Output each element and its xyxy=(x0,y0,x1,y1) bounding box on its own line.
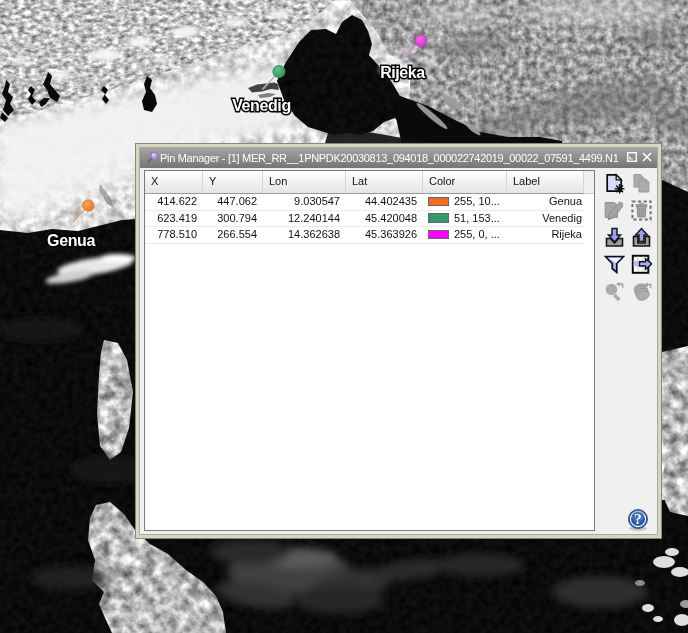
svg-text:?: ? xyxy=(634,511,642,527)
svg-text:Venedig: Venedig xyxy=(232,97,291,114)
svg-text:Rijeka: Rijeka xyxy=(380,64,425,81)
svg-text:Genua: Genua xyxy=(47,232,95,249)
